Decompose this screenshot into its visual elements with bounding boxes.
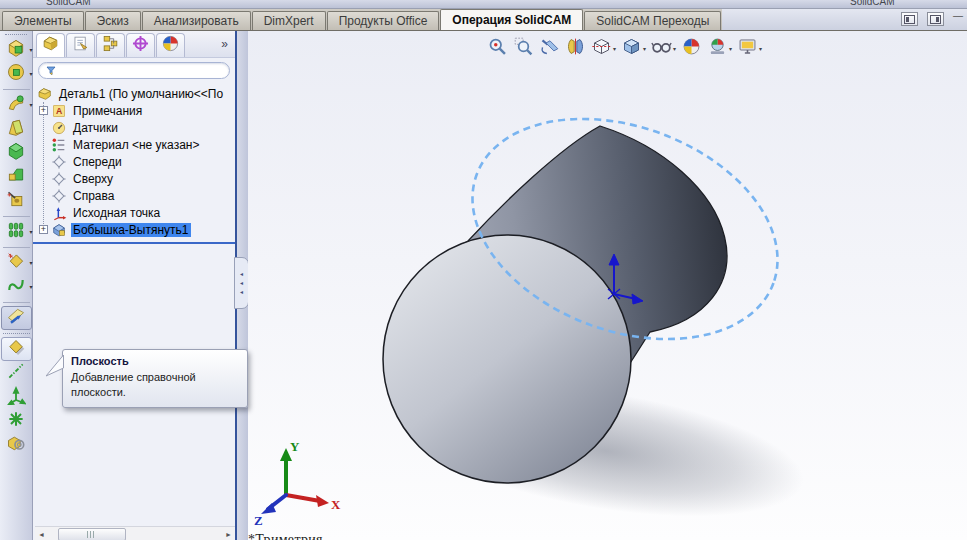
tooltip-pointer bbox=[46, 354, 64, 384]
top-strip-text: SolidCAM bbox=[850, 0, 894, 7]
section-view-button[interactable] bbox=[564, 35, 587, 62]
tree-item-справа[interactable]: Справа bbox=[33, 187, 235, 204]
point-button[interactable] bbox=[1, 409, 32, 433]
tree-item-label: Примечания bbox=[71, 104, 144, 118]
graphics-area[interactable]: ▾▾▾▾▾ bbox=[248, 31, 967, 540]
features-toolbar: ▾▾▾▾▾▾ bbox=[0, 31, 33, 540]
dropdown-arrow-icon[interactable]: ▾ bbox=[759, 45, 762, 52]
zoom-area-button[interactable] bbox=[512, 35, 535, 62]
view-orientation-label: *Триметрия bbox=[248, 532, 323, 540]
pane-tab-configurationmanager[interactable] bbox=[96, 33, 125, 57]
tab-dimxpert[interactable]: DimXpert bbox=[252, 11, 326, 30]
hide-show-button[interactable]: ▾ bbox=[650, 35, 677, 62]
expand-toggle-icon[interactable]: + bbox=[39, 106, 48, 115]
swept-boss-button[interactable]: ▾ bbox=[1, 93, 32, 117]
manager-pane-tabs: » bbox=[33, 31, 235, 58]
axis-button[interactable] bbox=[1, 361, 32, 385]
triad-z-label: Z bbox=[254, 513, 263, 528]
extruded-boss-button[interactable]: ▾ bbox=[1, 38, 32, 62]
tree-item-датчики[interactable]: Датчики bbox=[33, 119, 235, 136]
origin-icon bbox=[51, 205, 67, 221]
scrollbar-left-arrow-icon[interactable]: ◄ bbox=[35, 531, 48, 538]
instant3d-button[interactable] bbox=[1, 306, 32, 330]
pane-tab-featuremanager[interactable] bbox=[36, 33, 65, 57]
tree-item-бобышка-вытянуть1[interactable]: +Бобышка-Вытянуть1 bbox=[33, 221, 235, 238]
tree-item-сверху[interactable]: Сверху bbox=[33, 170, 235, 187]
view-orientation-button[interactable]: ▾ bbox=[590, 35, 617, 62]
dropdown-arrow-icon[interactable]: ▾ bbox=[673, 45, 676, 52]
boundary-boss-button[interactable] bbox=[1, 141, 32, 165]
view-orientation-icon bbox=[591, 36, 612, 61]
boundary-boss-icon bbox=[6, 141, 26, 165]
dropdown-arrow-icon[interactable]: ▾ bbox=[613, 45, 616, 52]
display-style-button[interactable]: ▾ bbox=[620, 35, 647, 62]
lofted-boss-button[interactable] bbox=[1, 117, 32, 141]
mate-reference-icon bbox=[6, 433, 26, 457]
curves-button[interactable]: ▾ bbox=[1, 275, 32, 299]
hole-wizard-button[interactable] bbox=[1, 189, 32, 213]
svg-text:A: A bbox=[56, 106, 63, 116]
dropdown-arrow-icon[interactable]: ▾ bbox=[729, 45, 732, 52]
linear-pattern-button[interactable]: ▾ bbox=[1, 220, 32, 244]
plane-ref-icon bbox=[51, 154, 67, 170]
previous-view-button[interactable] bbox=[538, 35, 561, 62]
tab-элементы[interactable]: Элементы bbox=[2, 11, 84, 30]
main-area: ▾▾▾▾▾▾ » Деталь1 (По умолчанию<<По+AПрим bbox=[0, 31, 967, 540]
model-cylinder[interactable] bbox=[383, 79, 808, 483]
panel-splitter[interactable]: ◂◂◂ bbox=[237, 31, 248, 540]
pane-tab-displaymanager[interactable] bbox=[156, 33, 185, 57]
pane-tab-propertymanager[interactable] bbox=[66, 33, 95, 57]
tree-item-спереди[interactable]: Спереди bbox=[33, 153, 235, 170]
plane-tooltip: Плоскость Добавление справочной плоскост… bbox=[62, 349, 248, 408]
scrollbar-right-arrow-icon[interactable]: ► bbox=[222, 531, 235, 538]
rollback-bar[interactable] bbox=[33, 242, 235, 244]
coordinate-system-button[interactable] bbox=[1, 385, 32, 409]
tab-продукты-office[interactable]: Продукты Office bbox=[327, 11, 440, 30]
plane-ref-icon bbox=[51, 171, 67, 187]
tree-item-исходная-точка[interactable]: Исходная точка bbox=[33, 204, 235, 221]
mate-reference-button[interactable] bbox=[1, 433, 32, 457]
revolved-boss-button[interactable]: ▾ bbox=[1, 62, 32, 86]
tree-root-деталь1-по-умолчанию-по[interactable]: Деталь1 (По умолчанию<<По bbox=[33, 85, 235, 102]
reference-geometry-button[interactable]: ▾ bbox=[1, 251, 32, 275]
tree-horizontal-scrollbar[interactable]: ◄ ► bbox=[35, 526, 235, 540]
pane-tabs-overflow-chevron[interactable]: » bbox=[221, 37, 228, 51]
edit-appearance-icon bbox=[681, 36, 702, 61]
swept-boss-icon bbox=[6, 93, 26, 117]
dropdown-arrow-icon[interactable]: ▾ bbox=[643, 45, 646, 52]
tab-анализировать[interactable]: Анализировать bbox=[142, 11, 251, 30]
collapse-left-icon bbox=[904, 15, 915, 24]
draft-button[interactable] bbox=[1, 165, 32, 189]
previous-view-icon bbox=[539, 36, 560, 61]
plane-button[interactable] bbox=[1, 337, 32, 361]
collapse-arrow-icon: ◂ bbox=[240, 289, 243, 295]
scrollbar-thumb[interactable] bbox=[58, 528, 126, 540]
section-view-icon bbox=[565, 36, 586, 61]
panel-collapse-handle[interactable]: ◂◂◂ bbox=[234, 257, 249, 309]
collapse-pane-right-button[interactable] bbox=[927, 12, 944, 26]
tab-solidcam-переходы[interactable]: SolidCAM Переходы bbox=[584, 11, 721, 30]
pane-tab-dimxpertmanager[interactable] bbox=[126, 33, 155, 57]
expand-toggle-icon[interactable]: + bbox=[39, 225, 48, 234]
zoom-fit-button[interactable] bbox=[486, 35, 509, 62]
minimize-icon[interactable]: — bbox=[953, 12, 963, 20]
tab-эскиз[interactable]: Эскиз bbox=[85, 11, 141, 30]
draft-icon bbox=[6, 165, 26, 189]
view-settings-icon bbox=[737, 36, 758, 61]
tree-item-материал-не-указан[interactable]: Материал <не указан> bbox=[33, 136, 235, 153]
solidworks-window: SolidCAM SolidCAM ЭлементыЭскизАнализиро… bbox=[0, 0, 967, 540]
collapse-pane-left-button[interactable] bbox=[901, 12, 918, 26]
toolbar-separator bbox=[3, 333, 30, 334]
tab-операция-solidcam[interactable]: Операция SolidCAM bbox=[440, 9, 583, 30]
view-settings-button[interactable]: ▾ bbox=[736, 35, 763, 62]
featuremanager-tab-icon bbox=[41, 34, 60, 57]
reference-triad: Y X Z bbox=[252, 439, 342, 529]
tree-filter-pill bbox=[38, 62, 230, 79]
toolbar-grip[interactable] bbox=[5, 34, 27, 35]
edit-appearance-button[interactable] bbox=[680, 35, 703, 62]
tree-filter-input[interactable] bbox=[61, 64, 223, 78]
propertymanager-tab-icon bbox=[71, 34, 90, 57]
apply-scene-button[interactable]: ▾ bbox=[706, 35, 733, 62]
tree-item-примечания[interactable]: +AПримечания bbox=[33, 102, 235, 119]
triad-y-label: Y bbox=[290, 439, 300, 454]
